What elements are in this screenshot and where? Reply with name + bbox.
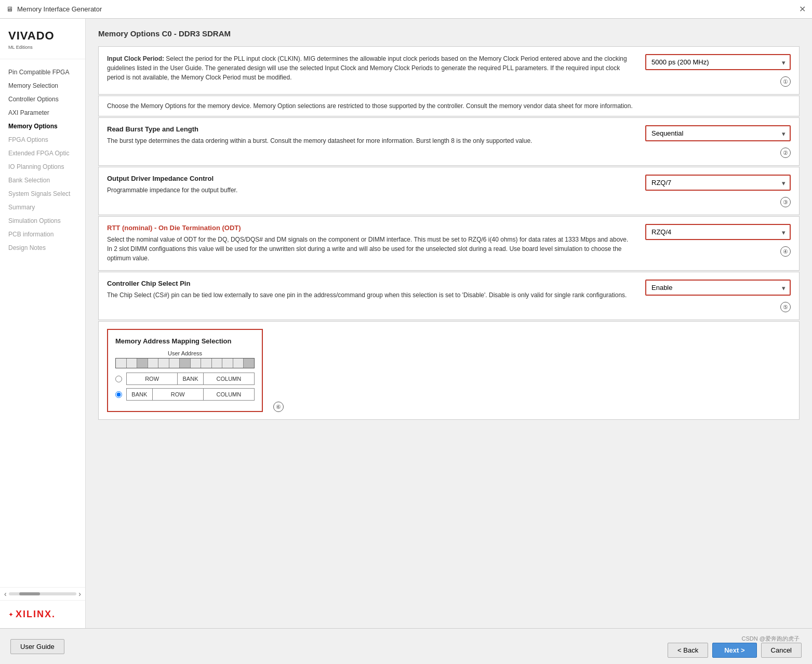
clock-period-dropdown-wrapper[interactable]: 5000 ps (200 MHz) 2500 ps (400 MHz) 1000… <box>645 54 791 70</box>
scroll-left-button[interactable]: ‹ <box>4 590 7 598</box>
mapping-radio-row-bank-col[interactable] <box>115 376 122 382</box>
mapping-visual-row1: ROW BANK COLUMN <box>126 373 255 385</box>
clock-period-text: Input Clock Period: Select the period fo… <box>107 54 635 82</box>
addr-bar <box>115 358 255 368</box>
bottom-bar: User Guide CSDN @爱奔跑的虎子 < Back Next > Ca… <box>0 628 812 664</box>
xilinx-logo: ✦ XILINX. <box>8 609 77 620</box>
badge-1: ① <box>780 76 791 87</box>
mapping-col-cell2: COLUMN <box>204 389 254 400</box>
addr-label: User Address <box>115 350 255 356</box>
sidebar-nav: Pin Compatible FPGA Memory Selection Con… <box>0 59 85 587</box>
read-burst-dropdown-wrapper[interactable]: Sequential Interleaved <box>645 125 791 141</box>
rtt-section: RTT (nominal) - On Die Termination (ODT)… <box>98 216 800 271</box>
clock-period-select[interactable]: 5000 ps (200 MHz) 2500 ps (400 MHz) 1000… <box>645 54 791 70</box>
sidebar-item-memory-selection[interactable]: Memory Selection <box>0 79 85 92</box>
info-text-section: Choose the Memory Options for the memory… <box>98 96 800 116</box>
sidebar-item-system-signals: System Signals Select <box>0 187 85 201</box>
mapping-section: Memory Address Mapping Selection User Ad… <box>98 321 800 420</box>
scroll-thumb <box>19 592 40 595</box>
mapping-col-cell: COLUMN <box>204 373 254 384</box>
scroll-right-button[interactable]: › <box>78 590 81 598</box>
chip-select-section: Controller Chip Select Pin The Chip Sele… <box>98 272 800 320</box>
window-icon: 🖥 <box>6 5 13 13</box>
mapping-row2: BANK ROW COLUMN <box>115 388 255 401</box>
output-driver-dropdown-wrapper[interactable]: RZQ/7 RZQ/6 <box>645 175 791 191</box>
window-title: Memory Interface Generator <box>17 5 102 13</box>
chip-select-text: The Chip Select (CS#) pin can be tied lo… <box>107 290 635 300</box>
sidebar-item-fpga-options: FPGA Options <box>0 133 85 147</box>
chip-select-heading: Controller Chip Select Pin <box>107 280 635 287</box>
mapping-bank-cell: BANK <box>178 373 204 384</box>
mapping-radio-bank-row-col[interactable] <box>115 391 122 398</box>
sidebar-item-bank-selection: Bank Selection <box>0 174 85 187</box>
sidebar-item-extended-fpga: Extended FPGA Optic <box>0 147 85 160</box>
close-button[interactable]: ✕ <box>799 4 806 14</box>
read-burst-heading: Read Burst Type and Length <box>107 125 635 133</box>
sidebar-item-pcb-info: PCB information <box>0 228 85 241</box>
rtt-dropdown-wrapper[interactable]: RZQ/4 RZQ/6 RZQ/2 Disabled <box>645 224 791 240</box>
read-burst-select[interactable]: Sequential Interleaved <box>645 125 791 141</box>
back-button[interactable]: < Back <box>668 643 708 658</box>
read-burst-section: Read Burst Type and Length The burst typ… <box>98 117 800 166</box>
sidebar-item-pin-compatible[interactable]: Pin Compatible FPGA <box>0 65 85 79</box>
sidebar-item-design-notes: Design Notes <box>0 241 85 255</box>
badge-3: ③ <box>780 197 791 207</box>
scroll-track <box>9 592 77 595</box>
mapping-visual-row2: BANK ROW COLUMN <box>126 388 255 401</box>
sidebar-item-memory-options[interactable]: Memory Options <box>0 119 85 133</box>
next-button[interactable]: Next > <box>712 643 756 658</box>
mapping-box: Memory Address Mapping Selection User Ad… <box>107 329 263 412</box>
chip-select-dropdown-wrapper[interactable]: Enable Disable <box>645 280 791 296</box>
sidebar-item-summary: Summary <box>0 201 85 214</box>
mapping-row1: ROW BANK COLUMN <box>115 373 255 385</box>
sidebar-item-controller-options[interactable]: Controller Options <box>0 92 85 106</box>
output-driver-heading: Output Driver Impedance Control <box>107 175 635 182</box>
watermark: CSDN @爱奔跑的虎子 <box>668 635 802 643</box>
user-guide-button[interactable]: User Guide <box>10 639 64 654</box>
page-title: Memory Options C0 - DDR3 SDRAM <box>98 29 800 38</box>
mapping-title: Memory Address Mapping Selection <box>115 337 255 345</box>
rtt-select[interactable]: RZQ/4 RZQ/6 RZQ/2 Disabled <box>645 224 791 240</box>
mapping-row-cell2: ROW <box>153 389 204 400</box>
rtt-text: Select the nominal value of ODT for the … <box>107 235 635 263</box>
badge-5: ⑤ <box>780 302 791 312</box>
bottom-left: User Guide <box>10 639 64 654</box>
read-burst-text: The burst type determines the data order… <box>107 136 635 145</box>
vivado-logo: VIVADO ML Editions <box>8 29 77 50</box>
rtt-heading: RTT (nominal) - On Die Termination (ODT) <box>107 224 635 232</box>
output-driver-section: Output Driver Impedance Control Programm… <box>98 167 800 215</box>
badge-4: ④ <box>780 246 791 257</box>
bottom-right: < Back Next > Cancel <box>668 643 802 658</box>
cancel-button[interactable]: Cancel <box>761 643 802 658</box>
mapping-row-cell: ROW <box>127 373 178 384</box>
clock-period-section: Input Clock Period: Select the period fo… <box>98 46 800 95</box>
badge-6: ⑥ <box>273 402 284 412</box>
chip-select-select[interactable]: Enable Disable <box>645 280 791 296</box>
sidebar-item-io-planning: IO Planning Options <box>0 160 85 174</box>
sidebar-item-simulation: Simulation Options <box>0 214 85 228</box>
output-driver-select[interactable]: RZQ/7 RZQ/6 <box>645 175 791 191</box>
badge-2: ② <box>780 148 791 158</box>
mapping-bank-cell2: BANK <box>127 389 153 400</box>
sidebar-item-axi-parameter[interactable]: AXI Parameter <box>0 106 85 119</box>
output-driver-text: Programmable impedance for the output bu… <box>107 185 635 195</box>
